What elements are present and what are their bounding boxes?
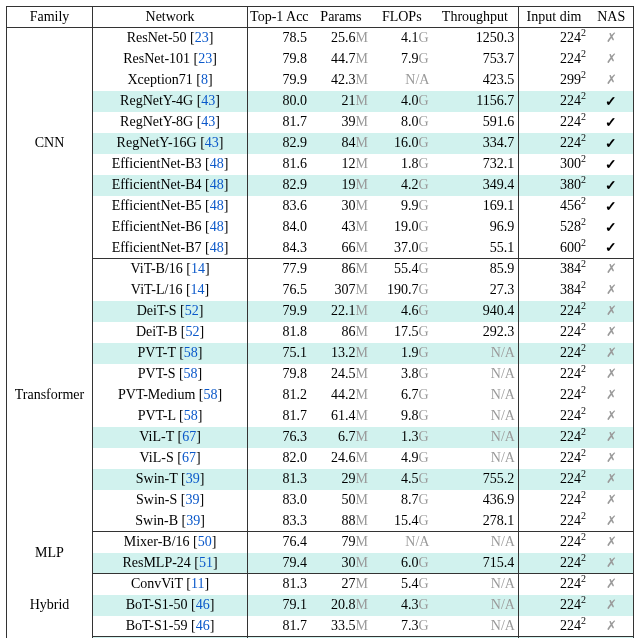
hdr-family: Family (7, 7, 93, 28)
network-cell: PVT-L [58] (92, 406, 247, 427)
flops-cell: 5.4G (371, 574, 432, 595)
inputdim-cell: 2242 (518, 301, 589, 322)
flops-cell: 6.7G (371, 385, 432, 406)
nas-cell: ✗ (589, 406, 633, 427)
inputdim-cell: 3842 (518, 259, 589, 280)
top1-cell: 76.4 (248, 532, 311, 553)
params-cell: 22.1M (311, 301, 372, 322)
throughput-cell: N/A (432, 448, 518, 469)
params-cell: 86M (311, 259, 372, 280)
nas-cell: ✗ (589, 595, 633, 616)
nas-cell: ✗ (589, 448, 633, 469)
params-cell: 27M (311, 574, 372, 595)
params-cell: 6.7M (311, 427, 372, 448)
params-cell: 86M (311, 322, 372, 343)
flops-cell: 7.3G (371, 616, 432, 637)
throughput-cell: 753.7 (432, 49, 518, 70)
flops-cell: 9.8G (371, 406, 432, 427)
top1-cell: 84.0 (248, 217, 311, 238)
throughput-cell: 1156.7 (432, 91, 518, 112)
params-cell: 19M (311, 175, 372, 196)
nas-cell: ✗ (589, 364, 633, 385)
flops-cell: 19.0G (371, 217, 432, 238)
params-cell: 61.4M (311, 406, 372, 427)
nas-cell: ✗ (589, 280, 633, 301)
inputdim-cell: 2242 (518, 343, 589, 364)
params-cell: 13.2M (311, 343, 372, 364)
throughput-cell: 349.4 (432, 175, 518, 196)
benchmark-table: FamilyNetworkTop-1 Acc Params FLOPs Thro… (6, 6, 634, 638)
nas-cell: ✗ (589, 553, 633, 574)
throughput-cell: 278.1 (432, 511, 518, 532)
inputdim-cell: 5282 (518, 217, 589, 238)
nas-cell: ✗ (589, 385, 633, 406)
top1-cell: 79.8 (248, 49, 311, 70)
network-cell: Swin-T [39] (92, 469, 247, 490)
inputdim-cell: 2992 (518, 70, 589, 91)
network-cell: PVT-T [58] (92, 343, 247, 364)
inputdim-cell: 2242 (518, 532, 589, 553)
params-cell: 66M (311, 238, 372, 259)
flops-cell: 3.8G (371, 364, 432, 385)
nas-cell: ✓ (589, 196, 633, 217)
top1-cell: 81.7 (248, 112, 311, 133)
inputdim-cell: 2242 (518, 28, 589, 49)
top1-cell: 79.4 (248, 553, 311, 574)
nas-cell: ✗ (589, 343, 633, 364)
flops-cell: 8.7G (371, 490, 432, 511)
flops-cell: 4.3G (371, 595, 432, 616)
top1-cell: 81.3 (248, 469, 311, 490)
flops-cell: 17.5G (371, 322, 432, 343)
inputdim-cell: 2242 (518, 553, 589, 574)
inputdim-cell: 2242 (518, 385, 589, 406)
nas-cell: ✗ (589, 49, 633, 70)
network-cell: EfficientNet-B5 [48] (92, 196, 247, 217)
network-cell: RegNetY-4G [43] (92, 91, 247, 112)
top1-cell: 79.1 (248, 595, 311, 616)
flops-cell: 190.7G (371, 280, 432, 301)
nas-cell: ✓ (589, 238, 633, 259)
flops-cell: 4.6G (371, 301, 432, 322)
top1-cell: 78.5 (248, 28, 311, 49)
top1-cell: 76.5 (248, 280, 311, 301)
network-cell: RegNetY-8G [43] (92, 112, 247, 133)
inputdim-cell: 3842 (518, 280, 589, 301)
inputdim-cell: 2242 (518, 133, 589, 154)
top1-cell: 81.6 (248, 154, 311, 175)
hdr-inputdim: Input dim (518, 7, 589, 28)
network-cell: DeiT-B [52] (92, 322, 247, 343)
params-cell: 25.6M (311, 28, 372, 49)
params-cell: 39M (311, 112, 372, 133)
top1-cell: 83.3 (248, 511, 311, 532)
top1-cell: 83.6 (248, 196, 311, 217)
network-cell: ResMLP-24 [51] (92, 553, 247, 574)
network-cell: PVT-S [58] (92, 364, 247, 385)
network-cell: Mixer-B/16 [50] (92, 532, 247, 553)
top1-cell: 77.9 (248, 259, 311, 280)
family-cell: Hybrid (7, 574, 93, 637)
hdr-flops: FLOPs (371, 7, 432, 28)
inputdim-cell: 2242 (518, 574, 589, 595)
flops-cell: 1.9G (371, 343, 432, 364)
network-cell: EfficientNet-B4 [48] (92, 175, 247, 196)
nas-cell: ✗ (589, 70, 633, 91)
params-cell: 24.6M (311, 448, 372, 469)
throughput-cell: 292.3 (432, 322, 518, 343)
flops-cell: 4.9G (371, 448, 432, 469)
params-cell: 21M (311, 91, 372, 112)
flops-cell: 37.0G (371, 238, 432, 259)
throughput-cell: N/A (432, 616, 518, 637)
nas-cell: ✓ (589, 175, 633, 196)
inputdim-cell: 2242 (518, 511, 589, 532)
nas-cell: ✗ (589, 616, 633, 637)
params-cell: 33.5M (311, 616, 372, 637)
nas-cell: ✗ (589, 259, 633, 280)
throughput-cell: 732.1 (432, 154, 518, 175)
network-cell: ResNet-101 [23] (92, 49, 247, 70)
throughput-cell: N/A (432, 385, 518, 406)
throughput-cell: 755.2 (432, 469, 518, 490)
throughput-cell: 591.6 (432, 112, 518, 133)
flops-cell: N/A (371, 70, 432, 91)
throughput-cell: 423.5 (432, 70, 518, 91)
params-cell: 50M (311, 490, 372, 511)
